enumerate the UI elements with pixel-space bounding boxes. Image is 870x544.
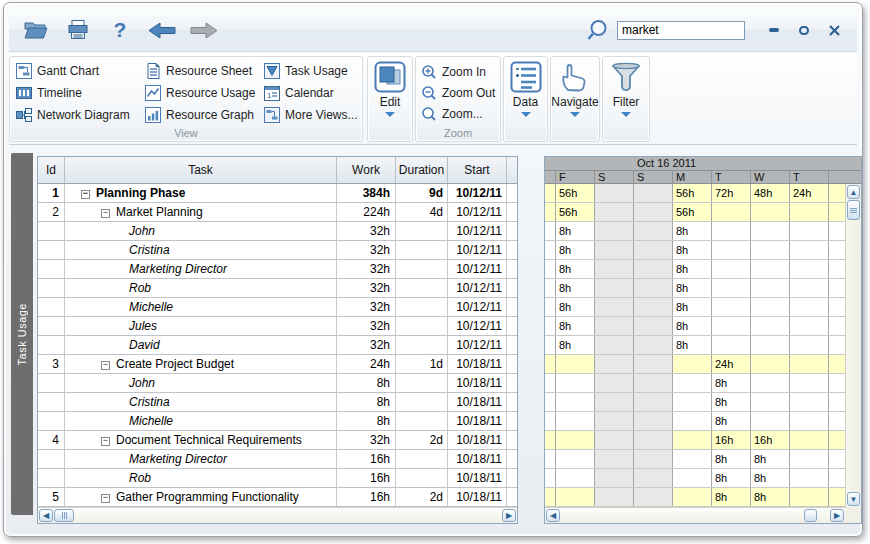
grid-cell[interactable] xyxy=(595,317,634,335)
grid-cell[interactable] xyxy=(595,336,634,354)
collapse-expander-icon[interactable] xyxy=(101,437,110,446)
grid-cell[interactable] xyxy=(751,336,790,354)
scrollbar-thumb[interactable] xyxy=(54,509,74,522)
grid-cell[interactable]: 8h xyxy=(556,279,595,297)
grid-cell[interactable] xyxy=(790,241,829,259)
grid-cell[interactable]: 8h xyxy=(751,488,790,506)
grid-cell[interactable] xyxy=(634,336,673,354)
grid-cell[interactable] xyxy=(790,469,829,487)
timeline-row[interactable]: 8h8h xyxy=(545,317,845,336)
grid-cell[interactable] xyxy=(751,374,790,392)
grid-cell[interactable]: 8h xyxy=(751,469,790,487)
grid-cell[interactable] xyxy=(673,488,712,506)
grid-cell[interactable] xyxy=(634,431,673,449)
scroll-left-button[interactable]: ◀ xyxy=(39,509,53,522)
grid-cell[interactable] xyxy=(790,355,829,373)
grid-cell[interactable] xyxy=(595,488,634,506)
grid-cell[interactable] xyxy=(556,469,595,487)
collapse-expander-icon[interactable] xyxy=(101,361,110,370)
timeline-row[interactable]: 56h56h xyxy=(545,203,845,222)
table-row[interactable]: John8h10/18/11 xyxy=(38,374,517,393)
grid-cell[interactable] xyxy=(712,279,751,297)
grid-cell[interactable] xyxy=(790,317,829,335)
grid-cell[interactable] xyxy=(556,450,595,468)
table-row[interactable]: Rob16h10/18/11 xyxy=(38,469,517,488)
grid-cell[interactable] xyxy=(790,336,829,354)
grid-cell[interactable] xyxy=(634,203,673,221)
table-row[interactable]: David32h10/12/11 xyxy=(38,336,517,355)
grid-cell[interactable] xyxy=(673,450,712,468)
filter-button[interactable]: Filter xyxy=(603,57,649,141)
grid-cell[interactable] xyxy=(595,393,634,411)
print-button[interactable] xyxy=(63,17,93,43)
grid-cell[interactable] xyxy=(790,393,829,411)
grid-cell[interactable]: 56h xyxy=(556,203,595,221)
zoom-in-button[interactable]: Zoom In xyxy=(421,61,500,82)
timeline-row[interactable]: 8h xyxy=(545,374,845,393)
table-row[interactable]: 5Gather Programming Functionality16h2d10… xyxy=(38,488,517,507)
timeline-horizontal-scrollbar[interactable]: ◀ ▶ xyxy=(545,507,845,523)
grid-cell[interactable] xyxy=(751,298,790,316)
zoom-dialog-button[interactable]: Zoom... xyxy=(421,103,500,124)
timeline-row[interactable]: 8h8h xyxy=(545,298,845,317)
view-item-resource-sheet[interactable]: Resource Sheet xyxy=(145,60,264,82)
timeline-row[interactable]: 8h8h xyxy=(545,488,845,507)
grid-cell[interactable] xyxy=(595,374,634,392)
grid-cell[interactable] xyxy=(673,374,712,392)
grid-cell[interactable] xyxy=(751,222,790,240)
grid-cell[interactable] xyxy=(595,450,634,468)
timeline-row[interactable]: 8h8h xyxy=(545,260,845,279)
grid-cell[interactable] xyxy=(673,469,712,487)
grid-cell[interactable]: 8h xyxy=(556,260,595,278)
grid-cell[interactable] xyxy=(751,393,790,411)
grid-cell[interactable] xyxy=(712,336,751,354)
grid-cell[interactable]: 8h xyxy=(673,336,712,354)
grid-cell[interactable] xyxy=(595,298,634,316)
table-row[interactable]: Cristina32h10/12/11 xyxy=(38,241,517,260)
grid-cell[interactable] xyxy=(556,355,595,373)
grid-cell[interactable] xyxy=(751,241,790,259)
table-row[interactable]: Marketing Director32h10/12/11 xyxy=(38,260,517,279)
timeline-row[interactable]: 16h16h xyxy=(545,431,845,450)
grid-cell[interactable] xyxy=(673,355,712,373)
open-file-button[interactable] xyxy=(21,17,51,43)
grid-cell[interactable]: 8h xyxy=(556,336,595,354)
timeline-row[interactable]: 56h56h72h48h24h xyxy=(545,184,845,203)
table-row[interactable]: John32h10/12/11 xyxy=(38,222,517,241)
grid-cell[interactable]: 24h xyxy=(712,355,751,373)
grid-cell[interactable] xyxy=(790,260,829,278)
scroll-left-button[interactable]: ◀ xyxy=(546,509,560,522)
timeline-row[interactable]: 8h xyxy=(545,412,845,431)
grid-cell[interactable]: 8h xyxy=(712,374,751,392)
timeline-row[interactable]: 8h8h xyxy=(545,279,845,298)
grid-cell[interactable] xyxy=(673,412,712,430)
grid-cell[interactable] xyxy=(712,222,751,240)
grid-cell[interactable] xyxy=(712,260,751,278)
table-row[interactable]: 2Market Planning224h4d10/12/11 xyxy=(38,203,517,222)
grid-cell[interactable] xyxy=(634,412,673,430)
scroll-right-button[interactable]: ▶ xyxy=(830,509,844,522)
grid-cell[interactable] xyxy=(634,450,673,468)
grid-cell[interactable]: 72h xyxy=(712,184,751,202)
edit-button[interactable]: Edit xyxy=(368,57,412,141)
grid-cell[interactable]: 8h xyxy=(673,298,712,316)
grid-cell[interactable]: 8h xyxy=(556,222,595,240)
timeline-row[interactable]: 8h8h xyxy=(545,469,845,488)
grid-cell[interactable] xyxy=(634,241,673,259)
grid-cell[interactable] xyxy=(634,374,673,392)
grid-cell[interactable] xyxy=(712,298,751,316)
grid-cell[interactable]: 8h xyxy=(751,450,790,468)
grid-cell[interactable] xyxy=(595,412,634,430)
grid-cell[interactable] xyxy=(556,393,595,411)
grid-cell[interactable]: 56h xyxy=(673,184,712,202)
grid-cell[interactable] xyxy=(751,260,790,278)
view-item-more-views[interactable]: More Views... xyxy=(264,104,364,126)
grid-cell[interactable] xyxy=(595,260,634,278)
scrollbar-thumb[interactable] xyxy=(804,509,817,522)
forward-button[interactable] xyxy=(189,17,219,43)
grid-cell[interactable]: 24h xyxy=(790,184,829,202)
grid-cell[interactable]: 16h xyxy=(751,431,790,449)
grid-cell[interactable]: 8h xyxy=(556,241,595,259)
view-item-gantt-chart[interactable]: Gantt Chart xyxy=(16,60,145,82)
grid-cell[interactable] xyxy=(595,184,634,202)
